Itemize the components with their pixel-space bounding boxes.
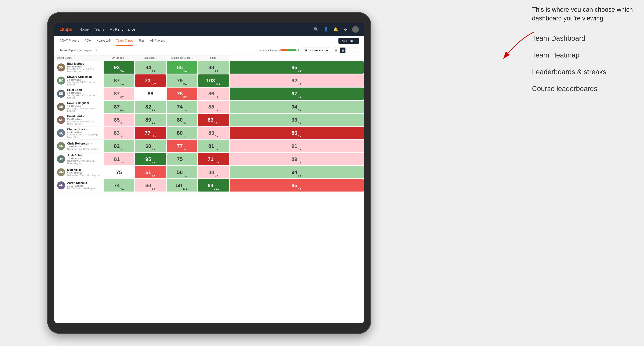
table-row[interactable]: ECEdward Crossman1-5 HandicapSunningdale… bbox=[54, 74, 364, 87]
player-cell-5: CQCharlie Quick✓6-10 HandicapSt. George'… bbox=[54, 127, 103, 140]
profile-icon[interactable]: 👤 bbox=[323, 26, 329, 32]
player-name[interactable]: Chris Robertson✓ bbox=[67, 142, 100, 145]
score-change: 4 bbox=[120, 109, 124, 112]
table-row[interactable]: CRChris Robertson✓1-5 HandicapCraigmilla… bbox=[54, 140, 364, 153]
table-row[interactable]: EEElliot Ebert1-5 HandicapSunningdale Go… bbox=[54, 87, 364, 100]
verified-icon: ✓ bbox=[83, 115, 85, 118]
round-change: 20 Round Change -5 +5 bbox=[256, 49, 299, 52]
score-change: 4 bbox=[298, 187, 302, 190]
score-change: 3 bbox=[215, 109, 219, 112]
score-change: 3 bbox=[152, 174, 156, 177]
player-avatar: CQ bbox=[57, 129, 65, 137]
score-change: 9 bbox=[184, 82, 187, 85]
nav-teams[interactable]: Teams bbox=[94, 27, 104, 32]
player-club: Sunningdale Golf Club, United Kingdom bbox=[67, 81, 100, 86]
score-cell-2: 801 bbox=[166, 127, 198, 140]
avatar[interactable] bbox=[352, 26, 359, 33]
score-cell-3: 882 bbox=[198, 166, 229, 179]
filter-button[interactable]: ↕ bbox=[353, 47, 359, 53]
score-cell-4: 913 bbox=[229, 140, 364, 153]
heatmap-view-button[interactable]: ▦ bbox=[340, 47, 346, 53]
tab-pgat[interactable]: PGAT Players bbox=[60, 36, 79, 46]
player-handicap: 1-5 Handicap bbox=[67, 145, 100, 148]
add-team-button[interactable]: Add Team bbox=[338, 38, 359, 44]
col-header-approach[interactable]: Approach ↕ bbox=[135, 55, 166, 61]
bar-green bbox=[287, 49, 296, 51]
tab-pga[interactable]: PGA bbox=[84, 36, 91, 46]
player-name[interactable]: Elliot Ebert bbox=[67, 88, 100, 92]
score-number: 74 bbox=[114, 182, 120, 188]
score-cell-4: 854 bbox=[229, 179, 364, 192]
score-change: 7 bbox=[152, 122, 156, 125]
table-row[interactable]: ANAaron Nicholls11-15 HandicapDrift Golf… bbox=[54, 179, 364, 192]
score-number: 83 bbox=[208, 117, 214, 123]
player-name[interactable]: Blair McHarg bbox=[67, 62, 100, 65]
player-avatar: JC bbox=[57, 155, 65, 163]
last-rounds-button[interactable]: 📅 Last Rounds: 20 bbox=[302, 47, 330, 53]
player-handicap: Plus Handicap bbox=[67, 65, 100, 68]
score-change: 3 bbox=[298, 82, 302, 85]
table-row[interactable]: MMMatt Miller6-10 HandicapWoburn Golf Cl… bbox=[54, 166, 364, 179]
player-name[interactable]: Matt Miller bbox=[67, 168, 100, 172]
score-cell-3: 10315 bbox=[198, 74, 229, 87]
player-name[interactable]: Aaron Nicholls bbox=[67, 181, 100, 184]
search-icon[interactable]: 🔍 bbox=[313, 26, 319, 32]
score-number: 86 bbox=[208, 91, 214, 97]
score-cell-3: 881 bbox=[198, 61, 229, 74]
nav-home[interactable]: Home bbox=[80, 27, 89, 32]
score-number: 61 bbox=[145, 169, 151, 175]
table-row[interactable]: BMBlair McHargPlus HandicapRoyal North D… bbox=[54, 61, 364, 74]
player-avatar: DB bbox=[57, 103, 65, 111]
tab-all-players[interactable]: All Players bbox=[150, 36, 165, 46]
score-cell-0: 823 bbox=[103, 140, 135, 153]
col-header-tee[interactable]: Off the Tee ↕ bbox=[103, 55, 135, 61]
player-name[interactable]: David Ford✓ bbox=[67, 115, 100, 118]
settings-icon[interactable]: ⚙ bbox=[342, 26, 348, 32]
player-cell-7: JCJosh Coles1-5 HandicapRoyal North Devo… bbox=[54, 153, 103, 166]
table-row[interactable]: CQCharlie Quick✓6-10 HandicapSt. George'… bbox=[54, 127, 364, 140]
table-row[interactable]: DBDave Billingham1-5 HandicapGog Magog G… bbox=[54, 100, 364, 113]
player-name[interactable]: Josh Coles bbox=[67, 154, 100, 157]
score-number: 80 bbox=[177, 117, 182, 123]
score-cell-1: 7311 bbox=[135, 74, 166, 87]
player-handicap: 1-5 Handicap bbox=[67, 78, 100, 81]
team-header: Team Clippd | 14 Players ✎ 20 Round Chan… bbox=[54, 46, 364, 55]
tab-team-clippd[interactable]: Team Clippd bbox=[116, 36, 133, 46]
annotation-text: This is where you can choose which dashb… bbox=[532, 5, 634, 23]
edit-icon[interactable]: ✎ bbox=[96, 49, 98, 52]
heatmap-table: Player Quality ↕ Off the Tee ↕ Approach … bbox=[54, 55, 364, 192]
score-number: 85 bbox=[292, 182, 297, 188]
player-name[interactable]: Dave Billingham bbox=[67, 102, 100, 105]
score-number: 91 bbox=[292, 143, 297, 149]
notification-icon[interactable]: 🔔 bbox=[332, 26, 339, 32]
score-number: 87 bbox=[114, 91, 120, 97]
col-header-putting[interactable]: Putting ↕ bbox=[198, 55, 229, 61]
col-header-green[interactable]: Around the Green ↕ bbox=[166, 55, 198, 61]
table-container: Player Quality ↕ Off the Tee ↕ Approach … bbox=[54, 55, 364, 323]
score-number: 58 bbox=[177, 169, 182, 175]
player-name[interactable]: Charlie Quick✓ bbox=[67, 128, 100, 131]
grid-view-button[interactable]: ⊞ bbox=[333, 47, 339, 53]
score-number: 95 bbox=[292, 64, 297, 70]
score-cell-3: 8421 bbox=[198, 179, 229, 192]
player-rows: BMBlair McHargPlus HandicapRoyal North D… bbox=[54, 61, 364, 192]
player-handicap: 1-5 Handicap bbox=[67, 105, 100, 107]
score-number: 58 bbox=[176, 182, 182, 188]
tab-tour[interactable]: Tour bbox=[138, 36, 145, 46]
col-header-player[interactable]: Player Quality ↕ bbox=[54, 55, 103, 61]
score-cell-2: 803 bbox=[166, 113, 198, 127]
player-name[interactable]: Edward Crossman bbox=[67, 75, 100, 78]
table-row[interactable]: DFDavid Ford✓Plus HandicapRoyal North De… bbox=[54, 113, 364, 127]
calendar-icon: 📅 bbox=[304, 49, 308, 52]
tab-hcaps[interactable]: Hcaps 1-5 bbox=[96, 36, 110, 46]
score-cell-4: 868 bbox=[229, 127, 364, 140]
score-cell-4: 892 bbox=[229, 153, 364, 166]
list-view-button[interactable]: ≡ bbox=[346, 47, 352, 53]
table-row[interactable]: JCJosh Coles1-5 HandicapRoyal North Devo… bbox=[54, 153, 364, 166]
score-cell-0: 853 bbox=[103, 113, 135, 127]
score-change: 6 bbox=[215, 96, 219, 98]
score-change: 4 bbox=[152, 109, 156, 112]
score-number: 83 bbox=[114, 130, 120, 136]
score-cell-0: 75 bbox=[103, 166, 135, 179]
nav-myperformance[interactable]: My Performance bbox=[110, 27, 135, 32]
